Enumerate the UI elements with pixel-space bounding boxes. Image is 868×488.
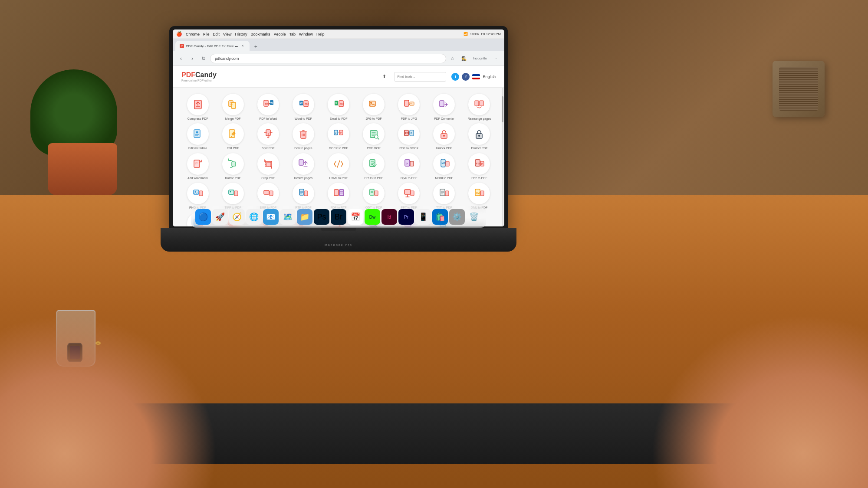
svg-point-47	[443, 135, 445, 137]
dock-photoshop[interactable]: Ps	[314, 209, 329, 225]
fb2-to-pdf-label: FB2 to PDF	[471, 177, 487, 180]
dock-mail[interactable]: 📧	[263, 209, 279, 225]
watch-screen	[70, 346, 80, 359]
search-input[interactable]	[394, 72, 446, 82]
file-menu[interactable]: File	[203, 32, 210, 36]
svg-rect-72	[229, 190, 234, 194]
facebook-icon[interactable]: f	[462, 73, 470, 81]
tool-pdf-converter[interactable]: PDF Converter	[428, 94, 460, 121]
chrome-window: P PDF Candy - Edit PDF for Free ••• ✕ + …	[173, 39, 504, 226]
new-tab-button[interactable]: +	[251, 43, 260, 51]
dock-iphone[interactable]: 📱	[415, 209, 431, 225]
rotate-pdf-icon	[222, 153, 244, 175]
back-button[interactable]: ‹	[176, 54, 186, 63]
tool-split-pdf[interactable]: Split PDF	[252, 123, 284, 150]
tool-html-to-pdf[interactable]: HTML to PDF	[322, 153, 355, 180]
dock-indesign[interactable]: Id	[381, 209, 397, 225]
bookmark-star-icon[interactable]: ☆	[448, 54, 457, 63]
edit-metadata-icon	[187, 123, 209, 145]
tool-jpg-to-pdf[interactable]: JPG to PDF	[358, 94, 390, 121]
dock-trash[interactable]: 🗑️	[466, 209, 482, 225]
svg-text:W: W	[270, 102, 273, 104]
svg-text:PDF: PDF	[405, 132, 410, 134]
apple-menu-icon[interactable]: 🍎	[176, 31, 182, 37]
tool-pdf-to-word[interactable]: PDF W PDF to Word	[252, 94, 284, 121]
svg-rect-64	[446, 161, 449, 166]
svg-point-27	[196, 131, 198, 134]
svg-text:D: D	[411, 132, 412, 134]
language-label[interactable]: English	[483, 75, 496, 79]
svg-rect-81	[304, 191, 308, 196]
forward-button[interactable]: ›	[187, 54, 197, 63]
tool-pdf-to-docx[interactable]: PDF D PDF to DOCX	[393, 123, 425, 150]
tab-close-button[interactable]: ✕	[240, 43, 245, 49]
tool-word-to-pdf[interactable]: W PDF Word to PDF	[287, 94, 319, 121]
pdf-to-docx-icon: PDF D	[398, 123, 420, 145]
tool-epub-to-pdf[interactable]: EPUB to PDF	[358, 153, 390, 180]
tool-resize-pages[interactable]: Resize pages	[287, 153, 319, 180]
address-bar[interactable]: pdfcandy.com	[210, 54, 446, 63]
tool-rearrange-pages[interactable]: Rearrange pages	[463, 94, 496, 121]
chrome-menu-icon[interactable]: ⋮	[491, 54, 501, 63]
logo-tagline2: PDF editor	[197, 79, 212, 82]
dock-launchpad[interactable]: 🚀	[212, 209, 228, 225]
dock-calendar[interactable]: 📅	[348, 209, 363, 225]
window-menu[interactable]: Window	[299, 32, 313, 36]
edit-menu[interactable]: Edit	[213, 32, 220, 36]
svg-rect-25	[480, 101, 483, 106]
djvu-to-pdf-icon: D	[398, 153, 420, 175]
history-menu[interactable]: History	[235, 32, 247, 36]
dock-folder[interactable]: 📁	[297, 209, 312, 225]
social-links: t f English	[451, 73, 496, 81]
tool-unlock-pdf[interactable]: Unlock PDF	[428, 123, 460, 150]
tab-menu[interactable]: Tab	[289, 32, 296, 36]
bookmarks-menu[interactable]: Bookmarks	[250, 32, 270, 36]
dock-chrome[interactable]: 🌐	[246, 209, 262, 225]
scroll-thumb[interactable]	[502, 96, 503, 122]
dock-finder[interactable]: 🔵	[195, 209, 211, 225]
dock-app-store[interactable]: 🛍️	[432, 209, 448, 225]
tool-delete-pages[interactable]: Delete pages	[287, 123, 319, 150]
dock-maps[interactable]: 🗺️	[280, 209, 296, 225]
split-pdf-icon	[257, 123, 279, 145]
dock-premiere[interactable]: Pr	[398, 209, 414, 225]
people-menu[interactable]: People	[273, 32, 286, 36]
dock-system-prefs[interactable]: ⚙️	[449, 209, 465, 225]
tool-pdf-to-jpg[interactable]: PDF to JPG	[393, 94, 425, 121]
tool-rotate-pdf[interactable]: Rotate PDF	[217, 153, 249, 180]
bmp-to-pdf-icon	[257, 183, 279, 204]
chrome-tab-active[interactable]: P PDF Candy - Edit PDF for Free ••• ✕	[175, 41, 250, 51]
tool-docx-to-pdf[interactable]: D P DOCX to PDF	[322, 123, 355, 150]
macos-menubar: 🍎 Chrome File Edit View History Bookmark…	[173, 29, 504, 39]
tools-grid: Compress PDF Merge	[173, 88, 504, 226]
tool-add-watermark[interactable]: W Add watermark	[181, 153, 214, 180]
chrome-menu[interactable]: Chrome	[186, 32, 200, 36]
tool-djvu-to-pdf[interactable]: D DjVu to PDF	[393, 153, 425, 180]
tool-edit-metadata[interactable]: Edit metadata	[181, 123, 214, 150]
dock-dreamweaver[interactable]: Dw	[365, 209, 380, 225]
rearrange-pages-label: Rearrange pages	[467, 117, 491, 121]
fb2-to-pdf-icon: FB P	[468, 153, 490, 175]
tool-crop-pdf[interactable]: Crop PDF	[252, 153, 284, 180]
help-menu[interactable]: Help	[316, 32, 325, 36]
tool-fb2-to-pdf[interactable]: FB P FB2 to PDF	[463, 153, 496, 180]
tool-merge-pdf[interactable]: Merge PDF	[217, 94, 249, 121]
tool-pdf-ocr[interactable]: PDF OCR	[358, 123, 390, 150]
logo-candy: Candy	[195, 71, 217, 79]
dock-safari[interactable]: 🧭	[229, 209, 245, 225]
tool-mobi-to-pdf[interactable]: MOBI MOBI to PDF	[428, 153, 460, 180]
dock-bridge[interactable]: Br	[331, 209, 346, 225]
laptop-screen-inner: 🍎 Chrome File Edit View History Bookmark…	[173, 29, 504, 226]
upload-button[interactable]: ⬆	[379, 72, 389, 82]
reload-button[interactable]: ↻	[199, 54, 208, 63]
scrollbar[interactable]	[502, 88, 503, 226]
tool-protect-pdf[interactable]: Protect PDF	[463, 123, 496, 150]
tool-edit-pdf[interactable]: Edit PDF	[217, 123, 249, 150]
view-menu[interactable]: View	[223, 32, 231, 36]
svg-rect-74	[234, 191, 238, 196]
tiff-to-pdf-icon	[222, 183, 244, 204]
tool-compress-pdf[interactable]: Compress PDF	[181, 94, 214, 121]
twitter-icon[interactable]: t	[451, 73, 459, 81]
svg-rect-86	[370, 189, 374, 195]
tool-excel-to-pdf[interactable]: X PDF Excel to PDF	[322, 94, 355, 121]
